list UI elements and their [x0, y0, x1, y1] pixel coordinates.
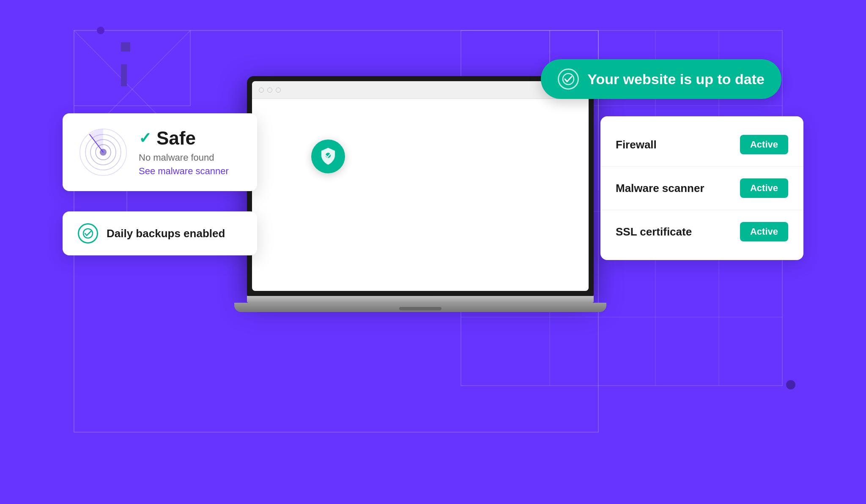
safe-label: Safe [156, 128, 196, 149]
browser-dot-1 [259, 88, 264, 93]
browser-toolbar [252, 81, 589, 99]
card-backups: Daily backups enabled [63, 211, 257, 255]
browser-ui [252, 81, 589, 291]
badge-update: Your website is up to date [541, 59, 781, 99]
security-row-ssl: SSL certificate Active [600, 210, 803, 253]
shield-badge [311, 140, 345, 173]
laptop-base-wrap [234, 296, 606, 312]
safe-title: ✓ Safe [139, 128, 229, 149]
main-scene: Your website is up to date [0, 0, 866, 504]
security-row-firewall: Firewall Active [600, 123, 803, 166]
laptop [247, 76, 619, 312]
safe-content: ✓ Safe No malware found See malware scan… [139, 128, 229, 177]
laptop-screen-outer [247, 76, 594, 296]
security-row-malware: Malware scanner Active [600, 166, 803, 210]
safe-subtitle: No malware found [139, 152, 229, 163]
radar-graphic [78, 127, 129, 178]
card-safe: ✓ Safe No malware found See malware scan… [63, 113, 257, 191]
security-label-ssl: SSL certificate [616, 225, 692, 238]
backup-check-icon [78, 223, 98, 244]
security-label-malware: Malware scanner [616, 182, 704, 195]
safe-check-icon: ✓ [139, 129, 151, 147]
badge-update-text: Your website is up to date [587, 71, 765, 88]
laptop-bezel [252, 81, 589, 291]
backup-text: Daily backups enabled [107, 227, 225, 240]
active-badge-ssl: Active [740, 222, 788, 241]
active-badge-firewall: Active [740, 135, 788, 154]
browser-content [252, 99, 589, 291]
badge-update-check-icon [558, 68, 579, 90]
lock-badge [397, 207, 438, 248]
safe-malware-link[interactable]: See malware scanner [139, 166, 229, 176]
browser-dot-3 [276, 88, 281, 93]
active-badge-malware: Active [740, 178, 788, 198]
browser-dot-2 [267, 88, 272, 93]
card-security: Firewall Active Malware scanner Active S… [600, 116, 803, 260]
security-label-firewall: Firewall [616, 138, 657, 151]
